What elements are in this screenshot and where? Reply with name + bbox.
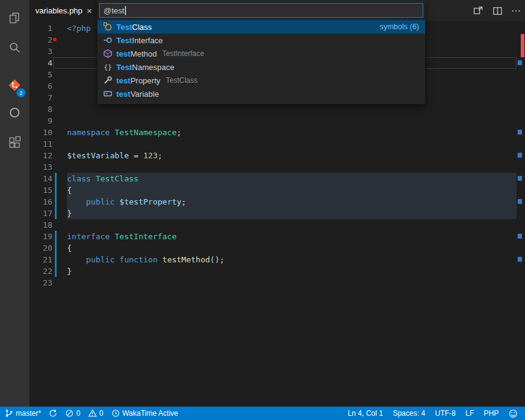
git-branch-status[interactable]: master* [5,409,41,418]
code-line[interactable] [67,115,516,127]
debug-icon[interactable] [0,99,29,126]
line-number: 4 [29,57,52,69]
symbol-class-icon [102,22,113,32]
code-line[interactable]: public $testProperty; [67,196,516,208]
more-actions-icon[interactable]: ⋯ [511,5,521,16]
errors-label: 0 [76,409,80,418]
symbol-property-icon [102,75,113,85]
quick-open-item-testProperty[interactable]: testPropertyTestClass [97,74,425,87]
feedback-smiley-icon[interactable] [509,409,518,418]
indentation-setting[interactable]: Spaces: 4 [393,409,425,418]
line-number: 1 [29,23,52,34]
search-icon[interactable] [0,34,29,61]
line-number: 17 [29,208,52,219]
code-line[interactable] [67,138,516,150]
ruler-match-mark [518,176,522,181]
quick-open-query: @test [104,6,124,15]
line-number: 11 [29,138,52,150]
warning-icon [88,409,97,418]
quick-open-item-TestClass[interactable]: TestClasssymbols (6) [97,20,425,33]
encoding-setting[interactable]: UTF-8 [435,409,456,418]
error-count[interactable]: 0 [65,409,80,418]
line-number: 21 [29,254,52,265]
code-line[interactable]: } [67,265,516,277]
line-number: 6 [29,80,52,92]
results-group-badge: symbols (6) [379,23,419,31]
status-bar-left: master* 0 0 WakaTime Active [0,409,348,418]
code-line[interactable] [67,219,516,231]
warnings-label: 0 [99,409,104,418]
cursor-position[interactable]: Ln 4, Col 1 [348,409,383,418]
code-line[interactable]: { [67,242,516,254]
warning-count[interactable]: 0 [88,409,104,418]
status-bar-right: Ln 4, Col 1 Spaces: 4 UTF-8 LF PHP [348,409,525,418]
vscode-window: { "colors": { "accent": "#007acc", "list… [0,0,525,420]
overview-ruler[interactable] [516,21,525,407]
sync-icon [49,409,57,418]
symbol-label: testVariable [116,89,159,99]
text-cursor [125,6,126,15]
extensions-icon[interactable] [0,130,29,156]
symbol-namespace-icon: {} [102,62,113,72]
split-editor-icon[interactable] [492,5,504,17]
code-line[interactable]: $testVariable = 123; [67,150,516,161]
line-number: 18 [29,219,52,231]
open-to-side-icon[interactable] [472,5,484,17]
code-line[interactable] [67,277,516,289]
symbol-container-label: TestInterface [163,49,205,58]
symbol-label: testProperty [116,76,160,85]
magnifier-icon [7,40,22,55]
status-bar: master* 0 0 WakaTime Active [0,407,525,420]
git-branch-icon [5,409,13,418]
line-number: 19 [29,231,52,242]
ruler-match-mark [518,130,522,135]
line-number: 12 [29,150,52,161]
symbol-label: TestNamespace [116,63,174,72]
quick-open-item-testVariable[interactable]: testVariable [97,87,425,100]
code-line[interactable] [67,103,516,115]
close-icon[interactable]: × [83,6,92,15]
line-number: 9 [29,115,52,127]
wakatime-status[interactable]: WakaTime Active [111,409,178,418]
git-modified-indicator [55,231,57,277]
sync-status[interactable] [49,409,57,418]
symbol-label: testMethod [116,49,157,58]
line-number: 3 [29,46,52,57]
clock-icon [111,409,120,418]
code-line[interactable]: interface TestInterface [67,231,516,242]
code-line[interactable]: } [67,208,516,219]
line-number: 15 [29,184,52,196]
tab-variables-php[interactable]: variables.php × [29,0,98,21]
symbol-container-label: TestClass [166,76,197,85]
eol-setting[interactable]: LF [465,409,474,418]
explorer-icon[interactable] [0,5,29,32]
ruler-match-mark [518,153,522,158]
error-dot [53,38,57,41]
code-line[interactable]: public function testMethod(); [67,254,516,265]
line-number: 22 [29,265,52,277]
code-line[interactable]: class TestClass [67,173,516,184]
line-number: 5 [29,69,52,80]
code-line[interactable]: namespace TestNamespace; [67,127,516,138]
source-control-icon[interactable]: 2 [0,72,29,99]
symbol-method-icon [102,49,113,58]
files-icon [7,11,22,26]
editor-actions: ⋯ [472,0,521,21]
line-number: 7 [29,92,52,103]
line-number: 8 [29,103,52,115]
symbol-label: TestInterface [116,36,163,45]
code-line[interactable]: { [67,184,516,196]
quick-open-item-TestInterface[interactable]: TestInterface [97,33,425,47]
quick-open-widget: @test TestClasssymbols (6)TestInterfacet… [97,0,425,104]
language-mode[interactable]: PHP [484,409,499,418]
activity-bar: 2 [0,0,29,407]
symbol-interface-icon [102,35,113,45]
code-line[interactable] [67,161,516,173]
ruler-match-mark [518,60,522,65]
quick-open-item-TestNamespace[interactable]: {}TestNamespace [97,60,425,74]
quick-open-item-testMethod[interactable]: testMethodTestInterface [97,47,425,60]
branch-label: master* [16,409,41,418]
ring-icon [7,105,22,120]
quick-open-input[interactable]: @test [99,3,423,18]
svg-text:{}: {} [104,63,111,71]
